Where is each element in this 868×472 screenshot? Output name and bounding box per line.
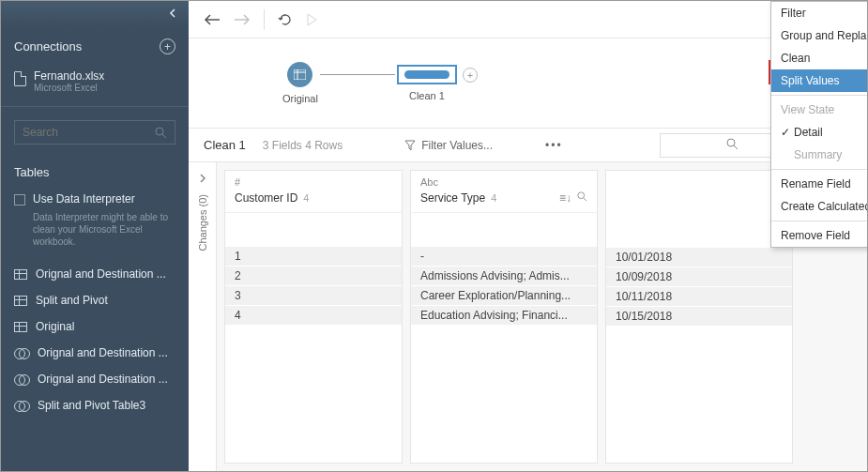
field-type: #: [225, 171, 402, 190]
filter-values-button[interactable]: Filter Values...: [404, 139, 493, 152]
flow-node-original[interactable]: Original: [282, 62, 318, 104]
interpreter-checkbox[interactable]: [14, 194, 25, 206]
context-menu: Filter▶ Group and Replace▶ Clean▶ Split …: [770, 1, 868, 248]
menu-filter[interactable]: Filter▶: [771, 2, 868, 24]
changes-label: Changes (0): [197, 194, 208, 251]
search-field[interactable]: [23, 126, 135, 139]
join-icon: [14, 348, 29, 358]
table-item[interactable]: Orignal and Destination ...: [1, 366, 189, 392]
cell[interactable]: 10/09/2018: [606, 267, 792, 287]
connection-item[interactable]: Fernando.xlsx Microsoft Excel: [1, 64, 189, 102]
cell[interactable]: 10/11/2018: [606, 287, 792, 307]
cell[interactable]: -: [411, 247, 597, 266]
svg-line-1: [162, 134, 166, 138]
node-label: Clean 1: [409, 90, 445, 101]
search-field-button[interactable]: [577, 191, 587, 205]
cell[interactable]: 2: [225, 266, 402, 286]
table-item[interactable]: Orignal and Destination ...: [1, 261, 189, 287]
svg-line-6: [734, 145, 738, 149]
refresh-button[interactable]: [278, 12, 293, 27]
step-meta: 3 Fields 4 Rows: [263, 139, 343, 152]
chevron-left-icon: [169, 8, 175, 18]
table-item[interactable]: Split and Pivot: [1, 287, 189, 313]
menu-view-state: View State: [771, 99, 868, 121]
step-name: Clean 1: [204, 138, 246, 152]
cell[interactable]: 10/15/2018: [606, 307, 792, 327]
sidebar-collapse-button[interactable]: [1, 1, 189, 25]
svg-point-7: [578, 192, 585, 199]
table-item[interactable]: Original: [1, 313, 189, 340]
forward-button[interactable]: [234, 13, 251, 26]
connections-label: Connections: [14, 39, 82, 53]
flow-connector: [320, 74, 395, 75]
changes-panel: Changes (0): [189, 162, 217, 471]
tables-header: Tables: [1, 156, 189, 185]
field-name[interactable]: Service Type: [420, 191, 485, 205]
document-icon: [14, 71, 26, 86]
field-column-service-type: Abc Service Type 4 ≡↓ - Admissions Advis…: [410, 170, 598, 464]
search-icon: [155, 127, 167, 139]
menu-summary: Summary: [771, 144, 868, 166]
table-item[interactable]: Orignal and Destination ...: [1, 340, 189, 366]
step-header: Clean 1 3 Fields 4 Rows Filter Values...…: [189, 129, 867, 162]
flow-node-clean[interactable]: Clean 1: [397, 65, 457, 101]
search-icon: [726, 138, 739, 150]
flow-canvas: Original Clean 1 +: [189, 38, 867, 129]
cell[interactable]: 4: [225, 306, 402, 326]
add-connection-button[interactable]: +: [160, 38, 175, 54]
field-type: Abc: [411, 171, 597, 190]
filter-icon: [404, 140, 416, 151]
clean-step-icon: [404, 70, 449, 79]
svg-rect-2: [294, 69, 306, 80]
cell[interactable]: 1: [225, 247, 402, 266]
svg-point-5: [727, 139, 735, 146]
sort-button[interactable]: ≡↓: [559, 191, 571, 205]
node-label: Original: [282, 93, 318, 104]
join-icon: [14, 374, 29, 385]
menu-calculated-field[interactable]: Create Calculated Field...: [771, 195, 868, 218]
changes-expand-button[interactable]: [199, 170, 206, 187]
add-step-button[interactable]: +: [463, 68, 478, 83]
field-column-date: 10/01/2018 10/09/2018 10/11/2018 10/15/2…: [605, 170, 793, 464]
table-icon: [14, 322, 27, 332]
field-count: 4: [491, 192, 496, 204]
field-name[interactable]: Customer ID: [235, 191, 297, 205]
cell[interactable]: Career Exploration/Planning...: [411, 286, 597, 306]
more-options-button[interactable]: •••: [545, 139, 563, 152]
toolbar: [189, 1, 867, 38]
sidebar: Connections + Fernando.xlsx Microsoft Ex…: [1, 1, 189, 471]
chevron-right-icon: [199, 174, 206, 183]
cell[interactable]: 3: [225, 286, 402, 306]
join-icon: [14, 401, 29, 411]
interpreter-label: Use Data Interpreter: [33, 192, 135, 206]
menu-clean[interactable]: Clean▶: [771, 47, 868, 69]
main-area: ▲ Original Clean 1 + Clean 1 3 Fields 4 …: [189, 1, 867, 471]
connection-file-type: Microsoft Excel: [34, 83, 104, 93]
search-icon: [577, 191, 587, 202]
svg-point-0: [156, 128, 163, 135]
table-list: Orignal and Destination ... Split and Pi…: [1, 257, 189, 422]
menu-rename-field[interactable]: Rename Field: [771, 173, 868, 195]
field-count: 4: [303, 192, 309, 204]
interpreter-description: Data Interpreter might be able to clean …: [1, 211, 189, 257]
svg-line-8: [584, 198, 586, 201]
menu-detail[interactable]: ✓Detail: [771, 121, 868, 144]
cell[interactable]: 10/01/2018: [606, 248, 792, 267]
table-item[interactable]: Split and Pivot Table3: [1, 392, 189, 419]
datasource-icon: [287, 62, 312, 87]
back-button[interactable]: [204, 13, 221, 26]
cell[interactable]: Admissions Advising; Admis...: [411, 266, 597, 286]
table-icon: [14, 269, 27, 280]
table-icon: [14, 296, 27, 306]
field-column-customer-id: # Customer ID 4 1 2 3 4: [224, 170, 403, 464]
connection-file-name: Fernando.xlsx: [34, 69, 104, 83]
search-input[interactable]: [14, 120, 175, 145]
menu-split-values[interactable]: Split Values▶: [771, 69, 868, 92]
menu-group-replace[interactable]: Group and Replace▶: [771, 24, 868, 47]
run-button[interactable]: [306, 13, 317, 26]
menu-remove-field[interactable]: Remove Field: [771, 224, 868, 247]
cell[interactable]: Education Advising; Financi...: [411, 306, 597, 326]
